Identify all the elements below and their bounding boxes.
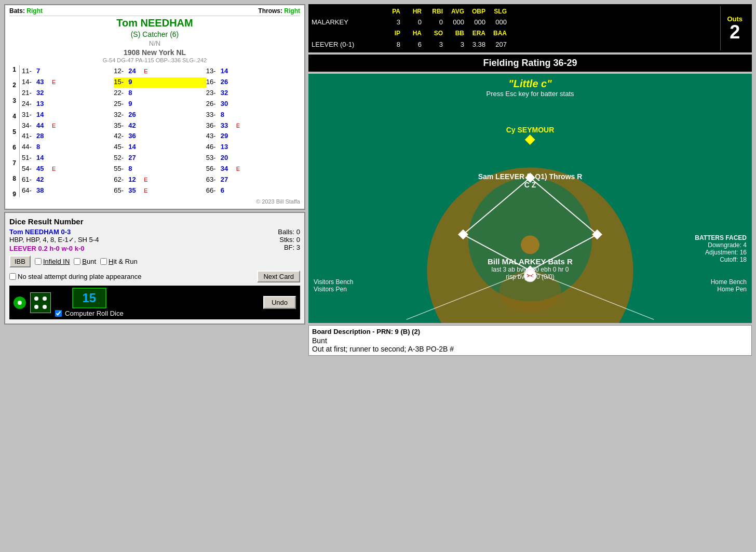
no-steal-checkbox[interactable] (9, 273, 16, 280)
score-stats: PA HR RBI AVG OBP SLG MALARKEY 3 0 0 000… (312, 6, 720, 50)
outs-value: 2 (730, 23, 740, 42)
green-dot (14, 297, 26, 309)
dice-row-21: 21-32 (22, 88, 114, 99)
computer-roll-row: Computer Roll Dice (55, 309, 124, 317)
bf-value: 3 (296, 244, 300, 251)
dice-row-31: 31-14 (22, 110, 114, 120)
dice-bottom-bar: 15 Computer Roll Dice Undo (9, 286, 300, 319)
dice-row-43: 43-29 (206, 131, 298, 142)
dice-results-section: 1 2 3 4 5 6 7 8 9 11-7 12-24 E 13-14 14-… (9, 65, 300, 197)
so-header: SO (425, 28, 443, 38)
dice-row-14: 14-43 E (22, 77, 114, 88)
dice-row-33: 33-8 (206, 110, 298, 120)
row-label-9: 9 (12, 191, 16, 197)
batter-slg: 000 (489, 17, 507, 28)
era-header: ERA (467, 28, 485, 38)
row-label-4: 4 (12, 113, 16, 119)
dice-row-41: 41-28 (22, 131, 114, 142)
dice-row-63: 63-27 (206, 175, 298, 185)
batter-stats-row: MALARKEY 3 0 0 000 000 000 (312, 17, 720, 28)
board-description-box: Board Description - PRN: 9 (B) (2) Bunt … (308, 325, 752, 356)
dice-row-23: 23-32 (206, 88, 298, 99)
pitcher-baa: 207 (489, 39, 507, 50)
no-steal-text: No steal attempt during plate appearance (18, 273, 142, 280)
infield-in-checkbox-label[interactable]: Infield IN (35, 258, 70, 265)
hit-run-label: Hit & Run (109, 258, 138, 265)
player-name: Tom NEEDHAM (9, 17, 300, 29)
dice-row-15: 15-9 (114, 77, 206, 88)
dice-row-46: 46-13 (206, 142, 298, 153)
row-label-2: 2 (12, 82, 16, 88)
dice-row-45: 45-14 (114, 142, 206, 153)
batter-obp: 000 (467, 17, 485, 28)
slg-header: SLG (489, 6, 507, 17)
bunt-checkbox-label[interactable]: Bunt (74, 258, 96, 265)
batter-hr: 0 (403, 17, 422, 28)
dice-row-55: 55-8 (114, 164, 206, 174)
batter-pa: 3 (382, 17, 400, 28)
infield-in-checkbox[interactable] (35, 258, 42, 265)
dice-row-42: 42-36 (114, 131, 206, 142)
pa-header: PA (382, 6, 400, 17)
ibb-button[interactable]: IBB (9, 255, 31, 267)
dice-row-51: 51-14 (22, 153, 114, 164)
dice-row-56: 56-34 E (206, 164, 298, 174)
dice-face (30, 292, 51, 313)
player-position: (S) Catcher (6) (9, 30, 300, 38)
row-label-3: 3 (12, 98, 16, 104)
player-team: 1908 New York NL (9, 48, 300, 57)
balls-display: Balls: 0 (278, 228, 300, 236)
dice-row-25: 25-9 (114, 99, 206, 110)
board-desc-label: Board Description - PRN: 9 (B) (2) (312, 328, 748, 335)
row-label-5: 5 (12, 129, 16, 135)
pitcher-so: 3 (425, 39, 443, 50)
dice-row-64: 64-38 (22, 186, 114, 196)
pitcher-ip: 8 (382, 39, 400, 50)
dice-pitcher-line: LEEVER 0.2 h-0 w-0 k-0 (9, 245, 99, 252)
card-header: Bats: Right Throws: Right (9, 7, 300, 16)
dice-row-13: 13-14 (206, 66, 298, 77)
row-label-8: 8 (12, 176, 16, 182)
score-box: PA HR RBI AVG OBP SLG MALARKEY 3 0 0 000… (308, 4, 752, 52)
batter-name: MALARKEY (312, 17, 379, 28)
dice-row-44: 44-8 (22, 142, 114, 153)
fielding-bar: Fielding Rating 36-29 (308, 55, 752, 72)
batter-rbi: 0 (425, 17, 443, 28)
dice-row-34: 34-44 E (22, 121, 114, 131)
dice-row-24: 24-13 (22, 99, 114, 110)
outs-box: Outs 2 (720, 6, 749, 50)
bats-value: Right (26, 7, 43, 15)
dice-row-26: 26-30 (206, 99, 298, 110)
no-steal-row: No steal attempt during plate appearance… (9, 271, 300, 282)
pitcher-stats-row: LEEVER (0-1) 8 6 3 3 3.38 207 (312, 39, 720, 50)
field-svg (308, 74, 752, 323)
next-card-button[interactable]: Next Card (257, 271, 300, 282)
score-headers-row: PA HR RBI AVG OBP SLG (312, 6, 720, 17)
throws-value: Right (284, 7, 300, 15)
bunt-label: Bunt (82, 258, 96, 265)
dice-row-36: 36-33 E (206, 121, 298, 131)
computer-roll-checkbox[interactable] (55, 310, 62, 317)
bunt-checkbox[interactable] (74, 258, 80, 265)
dice-player-name: Tom NEEDHAM 0-3 (9, 228, 99, 236)
balls-value: 0 (296, 228, 300, 236)
bb-header: BB (446, 28, 464, 38)
pitcher-bb: 3 (446, 39, 464, 50)
field-container: "Little c" Press Esc key for batter stat… (308, 74, 752, 323)
no-steal-label[interactable]: No steal attempt during plate appearance (9, 273, 142, 280)
balls-stks-display: Balls: 0 Stks: 0 BF: 3 (278, 228, 300, 251)
bf-display: BF: 3 (284, 244, 300, 251)
stks-display: Stks: 0 (279, 236, 300, 244)
pip-2 (43, 297, 47, 301)
pitcher-ha: 6 (403, 39, 422, 50)
undo-button[interactable]: Undo (263, 296, 296, 309)
dice-row-61: 61-42 (22, 175, 114, 185)
hit-run-checkbox[interactable] (100, 258, 107, 265)
board-desc-line1: Bunt (312, 336, 748, 345)
svg-point-3 (521, 235, 539, 254)
row-label-6: 6 (12, 144, 16, 151)
ha-header: HA (403, 28, 422, 38)
hit-run-checkbox-label[interactable]: Hit & Run (100, 258, 138, 265)
computer-roll-label: Computer Roll Dice (65, 309, 124, 317)
pip-3 (34, 305, 38, 309)
